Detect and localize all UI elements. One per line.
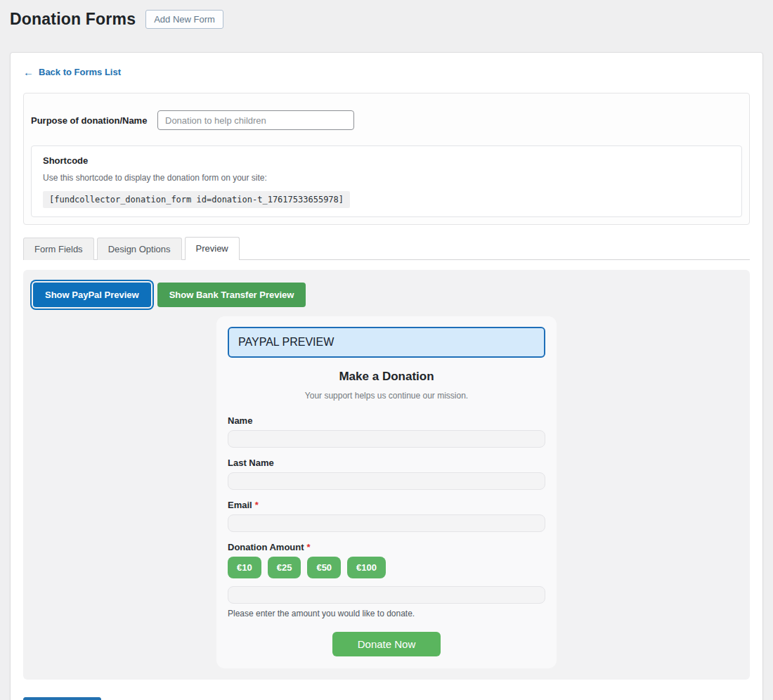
purpose-row: Purpose of donation/Name [31,110,742,130]
donation-amount-group: Donation Amount* €10 €25 €50 €100 Please… [228,542,545,618]
email-field-label: Email* [228,500,545,510]
field-label-text: Email [228,500,252,510]
tab-form-fields[interactable]: Form Fields [23,238,94,260]
email-input[interactable] [228,514,545,532]
amount-presets-row: €10 €25 €50 €100 [228,557,545,578]
preview-panel: Show PayPal Preview Show Bank Transfer P… [23,270,750,680]
back-arrow-icon: ← [23,67,34,77]
field-label-text: Last Name [228,458,274,468]
required-asterisk: * [307,542,311,552]
donate-now-button[interactable]: Donate Now [332,632,441,656]
name-field-group: Name [228,415,545,448]
donation-form-subtitle: Your support helps us continue our missi… [228,391,545,401]
save-settings-button[interactable]: Save Settings [23,697,101,700]
last-name-input[interactable] [228,472,545,490]
email-field-group: Email* [228,500,545,532]
amount-preset-50-button[interactable]: €50 [307,557,341,578]
field-label-text: Donation Amount [228,542,304,552]
donation-form-preview-card: PAYPAL PREVIEW Make a Donation Your supp… [216,316,557,668]
tab-design-options[interactable]: Design Options [97,238,182,260]
shortcode-description: Use this shortcode to display the donati… [43,173,730,183]
show-paypal-preview-button[interactable]: Show PayPal Preview [33,283,151,307]
donate-row: Donate Now [228,632,545,656]
purpose-label: Purpose of donation/Name [31,115,157,126]
amount-help-text: Please enter the amount you would like t… [228,609,545,618]
shortcode-code[interactable]: [fundcollector_donation_form id=donation… [43,191,350,208]
donation-amount-label: Donation Amount* [228,542,545,552]
name-field-label: Name [228,415,545,426]
admin-page: Donation Forms Add New Form ← Back to Fo… [0,0,773,700]
required-asterisk: * [255,500,259,510]
form-settings-section: Purpose of donation/Name Shortcode Use t… [23,93,750,225]
add-new-form-button[interactable]: Add New Form [145,10,223,29]
page-title: Donation Forms [10,10,136,29]
shortcode-title: Shortcode [43,155,730,166]
donation-form-title: Make a Donation [228,370,545,384]
amount-preset-10-button[interactable]: €10 [228,557,261,578]
amount-preset-100-button[interactable]: €100 [347,557,386,578]
custom-amount-input[interactable] [228,586,545,604]
field-label-text: Name [228,415,252,426]
back-link-label: Back to Forms List [39,67,121,77]
preview-toggle-row: Show PayPal Preview Show Bank Transfer P… [32,283,741,307]
name-input[interactable] [228,430,545,448]
last-name-field-group: Last Name [228,458,545,490]
back-to-forms-link[interactable]: ← Back to Forms List [23,67,121,77]
tab-preview[interactable]: Preview [185,237,240,260]
show-bank-transfer-preview-button[interactable]: Show Bank Transfer Preview [157,283,306,307]
paypal-preview-banner: PAYPAL PREVIEW [228,327,545,358]
last-name-field-label: Last Name [228,458,545,468]
shortcode-box: Shortcode Use this shortcode to display … [31,145,742,217]
purpose-input[interactable] [157,110,354,130]
amount-preset-25-button[interactable]: €25 [268,557,301,578]
page-header: Donation Forms Add New Form [10,10,763,29]
main-card: ← Back to Forms List Purpose of donation… [10,52,763,700]
tab-bar: Form Fields Design Options Preview [23,236,750,260]
